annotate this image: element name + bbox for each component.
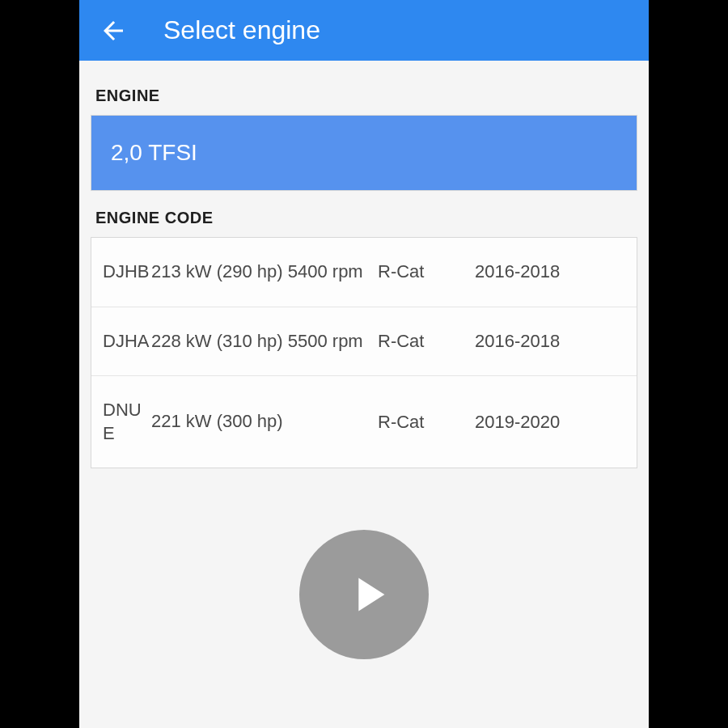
engine-cat: R-Cat	[378, 261, 467, 282]
engine-code-row[interactable]: DJHB 213 kW (290 hp) 5400 rpm R-Cat 2016…	[91, 238, 637, 307]
play-button[interactable]	[299, 530, 429, 659]
engine-selected-text: 2,0 TFSI	[111, 140, 197, 165]
engine-cat: R-Cat	[378, 331, 467, 352]
engine-power: 228 kW (310 hp) 5500 rpm	[151, 330, 378, 353]
app-bar: Select engine	[79, 0, 649, 61]
engine-code: DNUE	[103, 399, 151, 445]
section-label-engine: ENGINE	[95, 87, 633, 105]
engine-cat: R-Cat	[378, 412, 467, 433]
engine-years: 2016-2018	[467, 261, 625, 282]
engine-code-row[interactable]: DJHA 228 kW (310 hp) 5500 rpm R-Cat 2016…	[91, 307, 637, 377]
engine-power: 221 kW (300 hp)	[151, 410, 378, 434]
play-icon	[340, 566, 396, 623]
section-label-engine-code: ENGINE CODE	[95, 209, 633, 227]
engine-code-row[interactable]: DNUE 221 kW (300 hp) R-Cat 2019-2020	[91, 376, 637, 468]
back-icon[interactable]	[95, 13, 131, 49]
engine-power: 213 kW (290 hp) 5400 rpm	[151, 260, 378, 284]
engine-selected-card[interactable]: 2,0 TFSI	[91, 115, 637, 191]
content: ENGINE 2,0 TFSI ENGINE CODE DJHB 213 kW …	[79, 61, 649, 468]
engine-code-list: DJHB 213 kW (290 hp) 5400 rpm R-Cat 2016…	[91, 237, 637, 468]
engine-code: DJHB	[103, 260, 151, 284]
engine-code: DJHA	[103, 330, 151, 353]
engine-years: 2019-2020	[467, 412, 625, 433]
engine-years: 2016-2018	[467, 331, 625, 352]
page-title: Select engine	[163, 15, 320, 45]
